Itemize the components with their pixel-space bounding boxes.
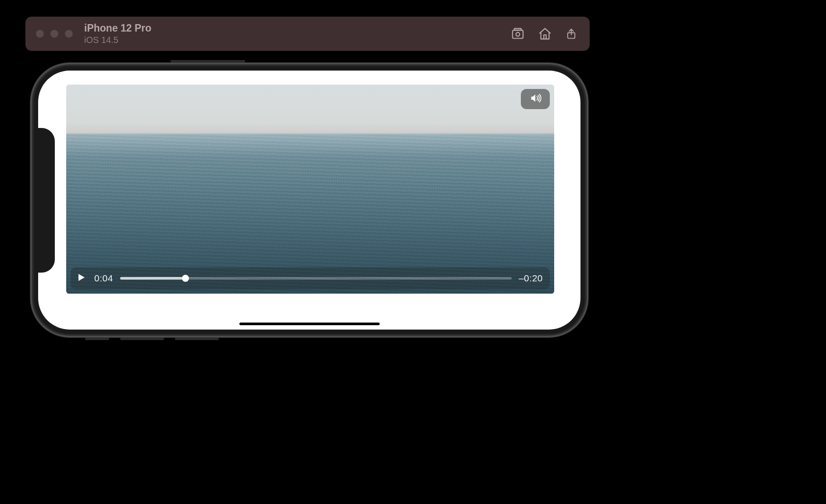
play-button[interactable] bbox=[75, 272, 87, 284]
play-icon bbox=[76, 272, 86, 285]
zoom-window-button[interactable] bbox=[65, 30, 73, 38]
home-icon[interactable] bbox=[538, 27, 552, 41]
scrubber-track[interactable] bbox=[120, 277, 512, 280]
toolbar-icons bbox=[511, 27, 579, 41]
close-window-button[interactable] bbox=[36, 30, 44, 38]
svg-rect-2 bbox=[514, 28, 521, 30]
device-name: iPhone 12 Pro bbox=[84, 23, 151, 34]
side-button-volup bbox=[120, 337, 164, 340]
device-os: iOS 14.5 bbox=[84, 35, 151, 45]
svg-rect-0 bbox=[513, 30, 523, 39]
device-label: iPhone 12 Pro iOS 14.5 bbox=[84, 23, 151, 44]
phone-frame: 0:04 –0:20 bbox=[30, 63, 588, 337]
home-indicator[interactable] bbox=[239, 323, 380, 325]
side-button-mute bbox=[85, 337, 109, 340]
scrubber-fill bbox=[120, 277, 185, 280]
minimize-window-button[interactable] bbox=[50, 30, 58, 38]
time-remaining: –0:20 bbox=[519, 273, 543, 284]
side-button-power bbox=[171, 60, 245, 63]
svg-point-1 bbox=[516, 32, 520, 36]
notch bbox=[38, 128, 55, 273]
time-elapsed: 0:04 bbox=[94, 273, 113, 284]
player-controls: 0:04 –0:20 bbox=[71, 267, 550, 289]
side-button-voldown bbox=[175, 337, 219, 340]
scrubber-thumb[interactable] bbox=[182, 275, 189, 282]
phone-screen: 0:04 –0:20 bbox=[38, 71, 580, 330]
share-icon[interactable] bbox=[565, 27, 579, 41]
volume-button[interactable] bbox=[521, 89, 550, 109]
speaker-loud-icon bbox=[528, 92, 543, 106]
video-player[interactable]: 0:04 –0:20 bbox=[66, 85, 554, 294]
simulator-toolbar: iPhone 12 Pro iOS 14.5 bbox=[25, 17, 590, 51]
screenshot-icon[interactable] bbox=[511, 27, 525, 41]
window-controls bbox=[36, 30, 73, 38]
